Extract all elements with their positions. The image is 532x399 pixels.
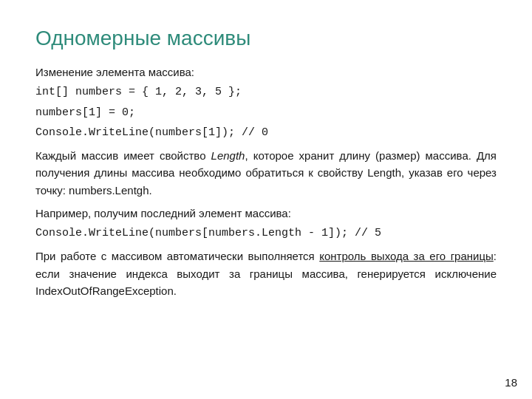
italic-length: Length — [211, 149, 245, 162]
code-block-2: numbers[1] = 0; — [35, 104, 497, 121]
para-length: Каждый массив имеет свойство Length, кот… — [35, 147, 497, 199]
slide-title: Одномерные массивы — [35, 27, 497, 50]
slide-content: Изменение элемента массива: int[] number… — [35, 64, 497, 299]
text-block-2: Например, получим последний элемент масс… — [35, 205, 497, 222]
para-boundary: При работе с массивом автоматически выпо… — [35, 248, 497, 299]
text-block-1: Изменение элемента массива: — [35, 64, 497, 81]
code-block-4: Console.WriteLine(numbers[numbers.Length… — [35, 225, 497, 242]
code-block-1: int[] numbers = { 1, 2, 3, 5 }; — [35, 83, 497, 100]
slide: Одномерные массивы Изменение элемента ма… — [0, 0, 532, 399]
code-block-3: Console.WriteLine(numbers[1]); // 0 — [35, 124, 497, 141]
underline-text: контроль выхода за его границы — [319, 250, 494, 262]
page-number: 18 — [505, 376, 517, 389]
